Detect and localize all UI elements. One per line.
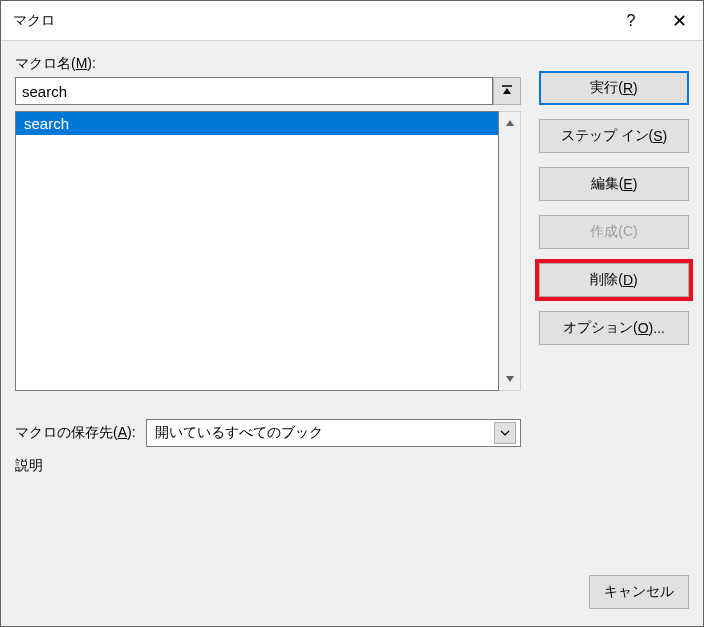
chevron-down-icon [505,374,515,384]
run-button[interactable]: 実行(R) [539,71,689,105]
macro-name-input[interactable] [15,77,493,105]
edit-button[interactable]: 編集(E) [539,167,689,201]
stepin-button[interactable]: ステップ イン(S) [539,119,689,153]
storage-label: マクロの保存先(A): [15,424,136,442]
help-button[interactable]: ? [607,12,655,30]
options-button[interactable]: オプション(O)... [539,311,689,345]
storage-select[interactable]: 開いているすべてのブック [146,419,521,447]
list-item[interactable]: search [16,112,498,135]
storage-value: 開いているすべてのブック [155,424,323,442]
create-button: 作成(C) [539,215,689,249]
refedit-button[interactable] [493,77,521,105]
svg-marker-3 [506,376,514,382]
svg-marker-2 [506,120,514,126]
button-panel: 実行(R) ステップ イン(S) 編集(E) 作成(C) 削除(D) オプション… [539,51,689,568]
macro-dialog: マクロ ? ✕ マクロ名(M): search [0,0,704,627]
macro-name-label: マクロ名(M): [15,55,521,73]
macro-listbox[interactable]: search [15,111,499,391]
cancel-button[interactable]: キャンセル [589,575,689,609]
collapse-up-icon [500,84,514,98]
listbox-scrollbar[interactable] [499,111,521,391]
scroll-down-button[interactable] [499,368,520,390]
close-button[interactable]: ✕ [655,12,703,30]
chevron-up-icon [505,118,515,128]
dialog-body: マクロ名(M): search [1,41,703,568]
delete-button[interactable]: 削除(D) [539,263,689,297]
titlebar: マクロ ? ✕ [1,1,703,41]
scroll-up-button[interactable] [499,112,520,134]
description-label: 説明 [15,457,521,475]
storage-row: マクロの保存先(A): 開いているすべてのブック [15,419,521,447]
window-title: マクロ [1,12,607,30]
svg-marker-1 [503,88,511,94]
dropdown-button[interactable] [494,422,516,444]
left-panel: マクロ名(M): search [15,51,521,568]
dialog-footer: キャンセル [1,568,703,626]
chevron-down-icon [500,428,510,438]
macro-name-row [15,77,521,105]
macro-list-wrap: search [15,111,521,391]
